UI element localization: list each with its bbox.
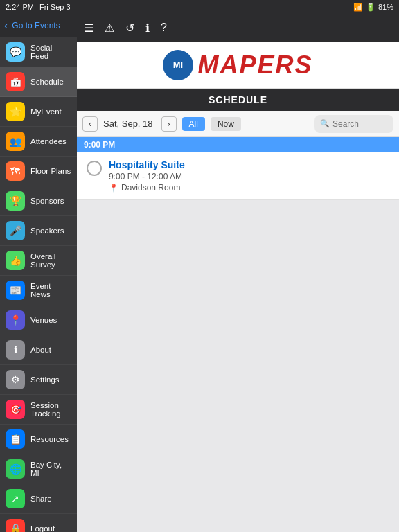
bay-city-icon: 🌐 (6, 459, 25, 479)
date-filter-bar: ‹ Sat, Sep. 18 › All Now 🔍 (77, 111, 399, 137)
sidebar-item-floor-plans[interactable]: 🗺 Floor Plans (0, 157, 77, 186)
sidebar-item-venues[interactable]: 📍 Venues (0, 305, 77, 335)
status-bar: 2:24 PM Fri Sep 3 📶 🔋 81% (0, 0, 399, 14)
schedule-title: SCHEDULE (209, 94, 267, 105)
wifi-icon: 📶 (353, 3, 363, 12)
search-input[interactable] (332, 119, 388, 129)
date-next-button[interactable]: › (161, 116, 177, 132)
back-arrow-icon: ‹ (4, 19, 8, 32)
overall-survey-icon: 👍 (6, 251, 25, 270)
sidebar-item-event-news[interactable]: 📰 Event News (0, 276, 77, 305)
filter-now-button[interactable]: Now (211, 117, 241, 131)
sidebar-label-settings: Settings (30, 375, 60, 384)
top-toolbar: ☰ ⚠ ↺ ℹ ? (77, 14, 399, 42)
logo-text: MAPERS (197, 51, 312, 80)
sidebar-item-schedule[interactable]: 📅 Schedule (0, 67, 77, 97)
filter-all-button[interactable]: All (182, 117, 205, 131)
sidebar-label-share: Share (30, 495, 52, 503)
event-details: Hospitality Suite 9:00 PM - 12:00 AM 📍 D… (109, 159, 392, 193)
myevent-icon: ⭐ (6, 102, 25, 121)
session-tracking-icon: 🎯 (6, 400, 25, 419)
event-time: 9:00 PM - 12:00 AM (109, 172, 392, 181)
event-location: 📍 Davidson Room (109, 183, 392, 193)
hamburger-icon[interactable]: ☰ (84, 21, 94, 35)
sidebar: ‹ Go to Events 💬 Social Feed 📅 Schedule … (0, 14, 77, 532)
time-section-header: 9:00 PM (77, 137, 399, 152)
event-location-text: Davidson Room (121, 183, 180, 193)
status-day: Fri Sep 3 (39, 3, 71, 11)
logo-badge-svg: MI (164, 51, 192, 79)
sidebar-label-resources: Resources (30, 435, 69, 443)
time-section-label: 9:00 PM (84, 140, 115, 150)
logo-container: MI MAPERS (163, 50, 312, 80)
sidebar-item-overall-survey[interactable]: 👍 Overall Survey (0, 246, 77, 276)
sidebar-label-social-feed: Social Feed (30, 44, 71, 60)
search-icon: 🔍 (320, 119, 330, 128)
sidebar-item-myevent[interactable]: ⭐ MyEvent (0, 97, 77, 127)
sidebar-item-logout[interactable]: 🔒 Logout (0, 514, 77, 532)
sidebar-label-about: About (30, 346, 51, 354)
floor-plans-icon: 🗺 (6, 161, 25, 181)
sidebar-item-social-feed[interactable]: 💬 Social Feed (0, 37, 77, 67)
about-icon: ℹ (6, 340, 25, 360)
sidebar-item-bay-city[interactable]: 🌐 Bay City, MI (0, 454, 77, 484)
venues-icon: 📍 (6, 310, 25, 330)
sidebar-label-floor-plans: Floor Plans (30, 167, 71, 175)
sidebar-item-settings[interactable]: ⚙ Settings (0, 365, 77, 395)
search-box: 🔍 (314, 115, 393, 133)
resources-icon: 📋 (6, 429, 25, 449)
event-card[interactable]: Hospitality Suite 9:00 PM - 12:00 AM 📍 D… (77, 152, 399, 200)
logo-area: MI MAPERS (77, 42, 399, 89)
sidebar-label-overall-survey: Overall Survey (30, 252, 71, 269)
sidebar-label-speakers: Speakers (30, 227, 64, 235)
battery-icon: 🔋 (366, 3, 375, 12)
sidebar-item-session-tracking[interactable]: 🎯 Session Tracking (0, 395, 77, 425)
sidebar-item-share[interactable]: ↗ Share (0, 484, 77, 514)
schedule-header-bar: SCHEDULE (77, 89, 399, 111)
empty-schedule-area (77, 200, 399, 532)
sidebar-item-attendees[interactable]: 👥 Attendees (0, 127, 77, 157)
back-to-events[interactable]: ‹ Go to Events (0, 14, 77, 37)
sidebar-label-logout: Logout (30, 524, 55, 532)
settings-icon: ⚙ (6, 370, 25, 389)
sponsors-icon: 🏆 (6, 191, 25, 211)
sidebar-item-speakers[interactable]: 🎤 Speakers (0, 216, 77, 246)
svg-text:MI: MI (173, 60, 183, 70)
app-container: ‹ Go to Events 💬 Social Feed 📅 Schedule … (0, 14, 399, 532)
location-pin-icon: 📍 (109, 184, 118, 193)
status-time: 2:24 PM (6, 3, 34, 11)
logout-icon: 🔒 (6, 519, 25, 532)
social-feed-icon: 💬 (6, 42, 25, 62)
attendees-icon: 👥 (6, 132, 25, 151)
event-status-circle (87, 161, 102, 176)
sidebar-item-about[interactable]: ℹ About (0, 335, 77, 365)
sidebar-label-session-tracking: Session Tracking (30, 401, 71, 418)
sidebar-label-schedule: Schedule (30, 78, 64, 86)
sidebar-label-attendees: Attendees (30, 137, 66, 145)
alert-icon[interactable]: ⚠ (105, 21, 114, 35)
event-title: Hospitality Suite (109, 159, 392, 170)
schedule-icon: 📅 (6, 72, 25, 91)
share-icon: ↗ (6, 489, 25, 508)
info-icon[interactable]: ℹ (145, 21, 150, 35)
battery-level: 81% (378, 3, 393, 11)
refresh-icon[interactable]: ↺ (125, 21, 134, 35)
sidebar-label-event-news: Event News (30, 282, 71, 299)
date-prev-button[interactable]: ‹ (82, 116, 98, 132)
sidebar-label-sponsors: Sponsors (30, 197, 64, 205)
sidebar-label-bay-city: Bay City, MI (30, 461, 71, 477)
sidebar-label-venues: Venues (30, 316, 57, 324)
speakers-icon: 🎤 (6, 221, 25, 240)
help-icon[interactable]: ? (161, 21, 167, 34)
event-news-icon: 📰 (6, 281, 25, 300)
date-label: Sat, Sep. 18 (103, 118, 153, 129)
sidebar-item-sponsors[interactable]: 🏆 Sponsors (0, 186, 77, 216)
sidebar-label-myevent: MyEvent (30, 107, 62, 116)
sidebar-item-resources[interactable]: 📋 Resources (0, 425, 77, 454)
back-label: Go to Events (12, 21, 60, 30)
logo-badge: MI (163, 50, 193, 80)
main-content: ☰ ⚠ ↺ ℹ ? MI MAPERS SCHEDULE (77, 14, 399, 532)
